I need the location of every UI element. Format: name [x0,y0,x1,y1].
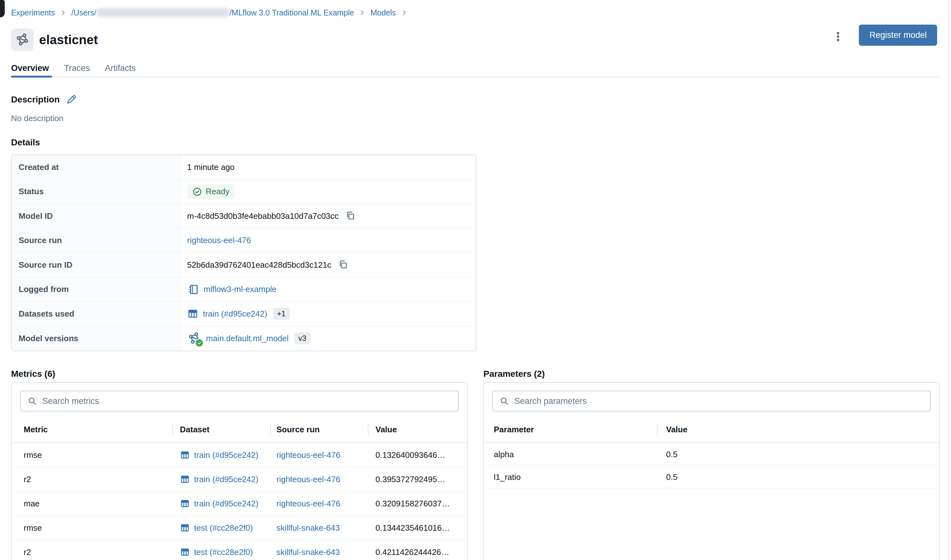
details-row-logged-from: Logged from mlflow3-ml-example [12,277,476,302]
more-actions-button[interactable] [829,28,847,45]
details-row-datasets-used: Datasets used train (#d95ce242) +1 [12,302,476,326]
detail-label: Source run ID [12,253,182,277]
metric-row: rmse test (#cc28e2f0) skillful-snake-643… [12,516,466,540]
source-run-link[interactable]: righteous-eel-476 [276,499,340,508]
metrics-table-header: Metric Dataset Source run Value [12,416,466,443]
scrollbar-track[interactable] [948,0,949,560]
edit-description-button[interactable] [66,93,77,106]
metric-value: 0.3209158276037… [376,499,450,509]
table-icon [180,498,190,509]
parameter-row: l1_ratio 0.5 [484,466,939,488]
model-version-link[interactable]: main.default.ml_model [187,332,289,345]
more-datasets-chip[interactable]: +1 [273,308,290,320]
source-run-link[interactable]: skillful-snake-643 [276,548,340,557]
column-header-metric: Metric [24,425,48,434]
copy-icon [338,259,348,270]
dataset-link[interactable]: train (#d95ce242) [187,308,267,319]
details-row-created-at: Created at 1 minute ago [12,155,476,180]
dataset-link[interactable]: train (#d95ce242) [194,475,258,484]
detail-label: Source run [12,229,182,253]
source-run-link[interactable]: righteous-eel-476 [276,475,340,484]
details-heading: Details [11,137,40,148]
table-icon [180,450,190,460]
pencil-icon [66,93,77,105]
metrics-heading: Metrics (6) [11,369,55,379]
description-heading: Description [11,95,60,105]
details-table: Created at 1 minute ago Status Ready Mod… [11,154,476,351]
source-run-link[interactable]: skillful-snake-643 [276,523,340,532]
search-icon [499,396,509,406]
details-row-source-run: Source run righteous-eel-476 [12,229,476,253]
column-separator [368,424,368,436]
breadcrumb-models-link[interactable]: Models [370,7,396,18]
logged-from-link[interactable]: mlflow3-ml-example [187,283,276,295]
metric-dataset: train (#d95ce242) [180,474,258,484]
chevron-right-icon [401,9,408,16]
notebook-icon [187,283,199,295]
model-id-value: m-4c8d53d0b3fe4ebabb03a10d7a7c03cc [187,211,339,221]
parameters-search [492,391,931,411]
breadcrumb-experiments-link[interactable]: Experiments [11,7,55,18]
details-row-model-id: Model ID m-4c8d53d0b3fe4ebabb03a10d7a7c0… [12,204,476,229]
metric-row: r2 test (#cc28e2f0) skillful-snake-643 0… [12,540,466,560]
table-icon [187,308,199,319]
metric-source-run: righteous-eel-476 [276,499,340,509]
metric-row: rmse train (#d95ce242) righteous-eel-476… [12,443,466,467]
parameter-row: alpha 0.5 [484,443,939,466]
source-run-link[interactable]: righteous-eel-476 [276,450,340,460]
detail-label: Status [12,180,182,204]
metric-value: 0.395372792495… [376,475,445,484]
dataset-link[interactable]: test (#cc28e2f0) [194,548,253,557]
search-icon [27,396,37,406]
metric-source-run: skillful-snake-643 [276,548,340,557]
parameter-value: 0.5 [666,472,677,482]
details-row-source-run-id: Source run ID 52b6da39d762401eac428d5bcd… [12,253,476,277]
tabs-divider [11,77,941,77]
column-separator [657,424,658,436]
metric-dataset: train (#d95ce242) [180,450,258,460]
table-icon [180,547,190,557]
model-network-icon [15,33,29,47]
detail-label: Model versions [12,326,182,351]
metric-dataset: train (#d95ce242) [180,498,258,509]
tab-artifacts[interactable]: Artifacts [105,63,136,78]
metrics-card: Metric Dataset Source run Value rmse tra… [11,382,468,560]
created-at-value: 1 minute ago [187,162,234,172]
metric-source-run: righteous-eel-476 [276,450,340,460]
register-model-button[interactable]: Register model [859,25,937,46]
detail-label: Logged from [12,277,182,302]
parameter-value: 0.5 [666,449,677,459]
copy-source-run-id-button[interactable] [338,259,348,271]
metric-dataset: test (#cc28e2f0) [180,523,253,533]
registered-model-icon [187,332,202,345]
detail-label: Datasets used [12,302,182,326]
version-check-icon [196,339,203,346]
metric-name: r2 [24,548,31,557]
metric-source-run: righteous-eel-476 [276,475,340,484]
dataset-link[interactable]: test (#cc28e2f0) [194,523,253,533]
copy-model-id-button[interactable] [345,210,356,222]
source-run-link[interactable]: righteous-eel-476 [187,235,251,245]
experiment-path-prefix: /Users/ [71,7,96,18]
column-header-dataset: Dataset [180,425,210,434]
parameter-name: alpha [494,449,514,459]
copy-icon [345,210,356,221]
metric-source-run: skillful-snake-643 [276,523,340,533]
model-avatar [11,28,34,51]
dataset-link[interactable]: train (#d95ce242) [194,450,258,460]
column-separator [270,424,271,436]
metric-name: rmse [24,523,42,533]
logged-from-text: mlflow3-ml-example [203,285,276,294]
breadcrumb-experiment-link[interactable]: /Users/ /MLflow 3.0 Traditional ML Examp… [71,7,354,18]
metric-row: r2 train (#d95ce242) righteous-eel-476 0… [12,467,466,492]
metric-name: rmse [24,450,42,460]
redacted-path-segment [97,8,229,17]
tab-traces[interactable]: Traces [64,63,90,78]
dataset-link[interactable]: train (#d95ce242) [194,499,258,509]
parameters-search-input[interactable] [514,396,924,406]
metrics-search-input[interactable] [42,396,452,406]
table-icon [180,523,190,533]
status-text: Ready [206,187,230,197]
experiment-path-suffix: /MLflow 3.0 Traditional ML Example [230,7,354,18]
column-header-parameter: Parameter [494,425,534,434]
